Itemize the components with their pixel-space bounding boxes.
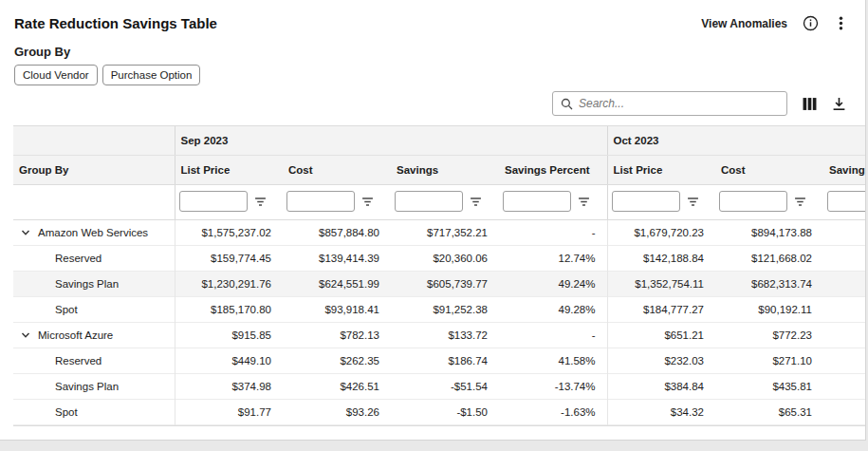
chevron-down-icon[interactable] <box>21 228 30 237</box>
table-row: Reserved$159,774.45$139,414.39$20,360.06… <box>13 246 865 272</box>
column-group-header: Sep 2023 <box>175 126 607 156</box>
row-label: Spot <box>55 406 78 418</box>
column-filter-input[interactable] <box>503 191 571 212</box>
value-cell <box>823 297 865 323</box>
table-row: Amazon Web Services$1,575,237.02$857,884… <box>13 220 865 246</box>
value-cell: $185,170.80 <box>175 297 283 323</box>
group-by-chip[interactable]: Purchase Option <box>102 65 201 85</box>
filter-cell <box>175 185 283 220</box>
value-cell: $232.03 <box>607 348 715 374</box>
row-label-cell: Reserved <box>13 348 175 373</box>
value-cell: $1,575,237.02 <box>175 220 283 246</box>
value-cell: $1,352,754.11 <box>607 272 715 297</box>
value-cell: $624,551.99 <box>283 272 391 297</box>
value-cell: $374.98 <box>175 374 283 400</box>
columns-icon[interactable] <box>803 97 817 111</box>
row-label: Spot <box>55 304 78 315</box>
value-cell: $1,230,291.76 <box>175 272 283 297</box>
corner-header <box>13 126 175 156</box>
table-row: Savings Plan$374.98$426.51-$51.54-13.74%… <box>13 374 865 400</box>
filter-icon[interactable] <box>470 196 482 208</box>
chevron-down-icon[interactable] <box>21 330 30 340</box>
value-cell: $449.10 <box>175 348 283 374</box>
value-cell: $34.32 <box>607 400 715 425</box>
row-label: Reserved <box>55 253 102 264</box>
value-cell: -13.74% <box>499 374 607 400</box>
table-row: Savings Plan$1,230,291.76$624,551.99$605… <box>13 272 865 297</box>
column-header[interactable]: Cost <box>283 156 391 185</box>
group-by-chip[interactable]: Cloud Vendor <box>14 65 98 85</box>
savings-table: Sep 2023Oct 2023Group ByList PriceCostSa… <box>13 126 865 425</box>
column-header[interactable]: Group By <box>13 156 175 185</box>
column-filter-input[interactable] <box>719 191 787 212</box>
group-by-label: Group By <box>0 35 865 65</box>
column-filter-input[interactable] <box>827 191 865 212</box>
value-cell: $159,774.45 <box>175 246 283 272</box>
column-filter-input[interactable] <box>179 191 248 212</box>
filter-cell <box>391 185 499 220</box>
value-cell: $20,360.06 <box>391 246 499 272</box>
value-cell <box>823 272 865 297</box>
column-header[interactable]: List Price <box>175 156 283 185</box>
row-label: Savings Plan <box>55 278 119 290</box>
value-cell: $857,884.80 <box>283 220 391 246</box>
info-icon[interactable] <box>803 15 819 31</box>
download-icon[interactable] <box>832 97 846 111</box>
value-cell: $772.23 <box>715 323 823 348</box>
column-filter-input[interactable] <box>286 191 355 212</box>
row-label-cell[interactable]: Microsoft Azure <box>13 323 175 348</box>
column-filter-input[interactable] <box>395 191 463 212</box>
value-cell: - <box>499 220 607 246</box>
topbar: Rate Reduction Savings Table View Anomal… <box>0 0 865 35</box>
row-label-cell: Savings Plan <box>13 272 175 296</box>
row-label: Savings Plan <box>55 381 119 392</box>
rate-reduction-savings-page: Rate Reduction Savings Table View Anomal… <box>0 0 866 441</box>
search-input[interactable] <box>579 97 779 110</box>
column-filter-input[interactable] <box>612 191 680 212</box>
search-icon <box>561 98 573 110</box>
value-cell: 49.24% <box>499 272 607 297</box>
row-label-cell: Spot <box>13 400 175 424</box>
filter-cell <box>715 185 823 220</box>
filter-icon[interactable] <box>794 196 806 208</box>
table-row: Spot$91.77$93.26-$1.50-1.63%$34.32$65.31 <box>13 400 865 425</box>
column-header[interactable]: List Price <box>607 156 715 185</box>
value-cell: $133.72 <box>391 323 499 348</box>
filter-cell <box>607 185 715 220</box>
value-cell: $65.31 <box>715 400 823 425</box>
filter-icon[interactable] <box>254 196 267 208</box>
value-cell: $90,192.11 <box>715 297 823 323</box>
value-cell: $894,173.88 <box>715 220 823 246</box>
value-cell: $384.84 <box>607 374 715 400</box>
view-anomalies-link[interactable]: View Anomalies <box>701 17 787 30</box>
value-cell <box>823 323 865 348</box>
column-header[interactable]: Savings <box>391 156 499 185</box>
table-row: Reserved$449.10$262.35$186.7441.58%$232.… <box>13 348 865 374</box>
value-cell: $717,352.21 <box>391 220 499 246</box>
value-cell: $782.13 <box>283 323 391 348</box>
value-cell: $1,679,720.23 <box>607 220 715 246</box>
value-cell: 49.28% <box>499 297 607 323</box>
value-cell: $426.51 <box>283 374 391 400</box>
column-header[interactable]: Savings Percent <box>499 156 607 185</box>
value-cell: 41.58% <box>499 348 607 374</box>
filter-cell <box>823 185 865 220</box>
value-cell: - <box>499 323 607 348</box>
value-cell <box>823 400 865 425</box>
value-cell: $121,668.02 <box>715 246 823 272</box>
column-header[interactable]: Savings <box>823 156 865 185</box>
value-cell: $605,739.77 <box>391 272 499 297</box>
group-by-chips: Cloud VendorPurchase Option <box>0 65 865 85</box>
column-header[interactable]: Cost <box>715 156 823 185</box>
row-label-cell: Spot <box>13 297 175 322</box>
value-cell: $915.85 <box>175 323 283 348</box>
page-title: Rate Reduction Savings Table <box>14 15 217 31</box>
value-cell: $682,313.74 <box>715 272 823 297</box>
row-label-cell[interactable]: Amazon Web Services <box>13 220 175 245</box>
value-cell: $186.74 <box>391 348 499 374</box>
filter-icon[interactable] <box>578 196 590 208</box>
filter-icon[interactable] <box>361 196 374 208</box>
kebab-menu-icon[interactable] <box>834 15 848 31</box>
topbar-actions: View Anomalies <box>701 15 848 31</box>
filter-icon[interactable] <box>687 196 699 208</box>
